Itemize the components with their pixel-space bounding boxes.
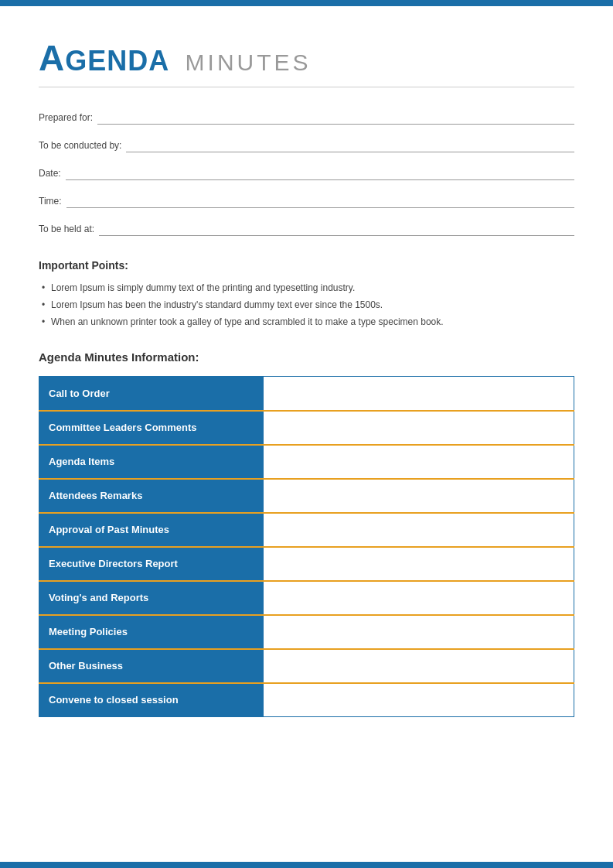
form-section: Prepared for: To be conducted by: Date: … [39,111,574,236]
agenda-row-content [264,377,574,411]
agenda-row-label: Meeting Policies [39,615,264,649]
held-at-line [99,222,574,236]
held-at-label: To be held at: [39,224,94,236]
agenda-row-label: Attendees Remarks [39,479,264,513]
bullet-item-2: Lorem Ipsum has been the industry's stan… [39,299,574,310]
agenda-row-content [264,547,574,581]
bullet-list: Lorem Ipsum is simply dummy text of the … [39,282,574,327]
date-field: Date: [39,166,574,180]
agenda-row-content [264,411,574,445]
agenda-info-title: Agenda Minutes Information: [39,350,574,364]
title-minutes: Minutes [175,50,311,75]
title-first-letter: A [39,38,65,78]
prepared-for-field: Prepared for: [39,111,574,125]
table-row: Approval of Past Minutes [39,513,574,547]
bullet-item-3: When an unknown printer took a galley of… [39,316,574,327]
agenda-row-label: Convene to closed session [39,683,264,717]
table-row: Other Business [39,649,574,683]
title-agenda: genda [65,45,169,77]
table-row: Agenda Items [39,445,574,479]
agenda-row-label: Other Business [39,649,264,683]
date-line [66,166,574,180]
time-field: Time: [39,194,574,208]
page-title: Agenda Minutes [39,37,574,79]
agenda-row-content [264,683,574,717]
conducted-by-field: To be conducted by: [39,138,574,152]
prepared-for-line [97,111,574,125]
agenda-row-label: Committee Leaders Comments [39,411,264,445]
time-label: Time: [39,196,62,208]
time-line [66,194,574,208]
agenda-row-content [264,513,574,547]
agenda-row-label: Voting's and Reports [39,581,264,615]
table-row: Convene to closed session [39,683,574,717]
bottom-bar [0,862,613,868]
agenda-row-label: Executive Directors Report [39,547,264,581]
important-section: Important Points: Lorem Ipsum is simply … [39,259,574,327]
table-row: Committee Leaders Comments [39,411,574,445]
table-row: Call to Order [39,377,574,411]
bullet-item-1: Lorem Ipsum is simply dummy text of the … [39,282,574,293]
agenda-row-label: Agenda Items [39,445,264,479]
agenda-row-label: Approval of Past Minutes [39,513,264,547]
title-divider [39,87,574,87]
table-row: Attendees Remarks [39,479,574,513]
table-row: Meeting Policies [39,615,574,649]
conducted-by-line [126,138,574,152]
table-row: Voting's and Reports [39,581,574,615]
held-at-field: To be held at: [39,222,574,236]
prepared-for-label: Prepared for: [39,112,93,125]
table-row: Executive Directors Report [39,547,574,581]
top-bar [0,0,613,6]
agenda-row-label: Call to Order [39,377,264,411]
agenda-row-content [264,479,574,513]
agenda-row-content [264,649,574,683]
agenda-row-content [264,445,574,479]
conducted-by-label: To be conducted by: [39,140,121,152]
agenda-table: Call to OrderCommittee Leaders CommentsA… [39,376,574,717]
agenda-row-content [264,615,574,649]
title-section: Agenda Minutes [39,37,574,79]
agenda-row-content [264,581,574,615]
date-label: Date: [39,168,61,180]
important-points-title: Important Points: [39,259,574,272]
